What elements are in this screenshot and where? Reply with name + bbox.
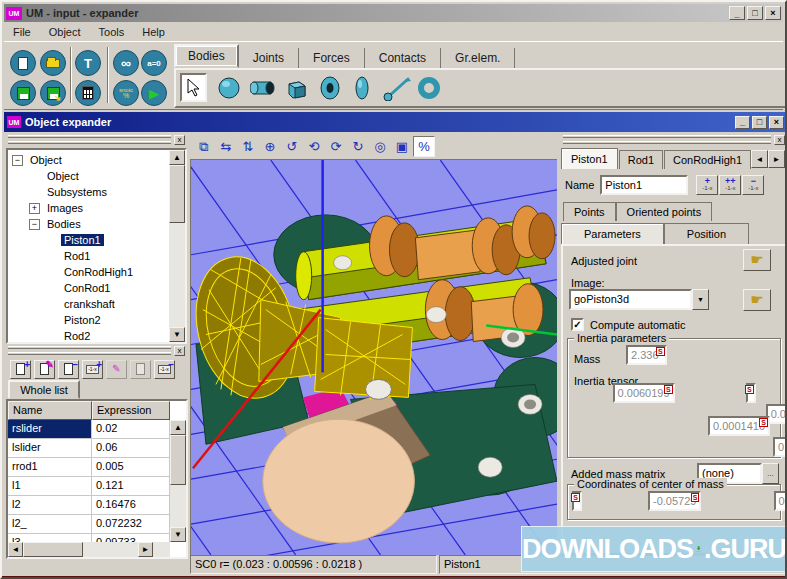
identifier-expression-cell[interactable]: 0.06 <box>92 439 170 458</box>
initial-conditions-icon[interactable]: a=0 <box>141 50 167 76</box>
ring-icon[interactable] <box>416 75 442 101</box>
scroll-right-icon[interactable]: ► <box>138 542 153 557</box>
wizard-icon[interactable]: snoic% <box>113 80 139 106</box>
table-row[interactable]: l2_0.072232 <box>8 515 186 534</box>
scroll-up-icon[interactable]: ▲ <box>170 420 186 435</box>
delete-body-icon[interactable]: −-1-x <box>742 175 764 195</box>
chevron-down-icon[interactable]: ▼ <box>692 289 709 310</box>
perspective-box-icon[interactable]: ▣ <box>391 136 413 157</box>
calculator-icon[interactable] <box>75 80 101 106</box>
tree-item-piston2[interactable]: Piston2 <box>10 312 185 328</box>
identifier-name-cell[interactable]: l2 <box>8 496 92 515</box>
copy-image-icon[interactable]: ⧉ <box>193 136 215 157</box>
tree-scrollbar[interactable]: ▲ ▼ <box>169 150 185 342</box>
tree-item-crankshaft[interactable]: crankshaft <box>10 296 185 312</box>
scale-icon[interactable]: % <box>413 136 435 157</box>
scroll-left-icon[interactable]: ◄ <box>8 542 23 557</box>
identifier-expression-cell[interactable]: 0.072232 <box>92 515 170 534</box>
tab-joints[interactable]: Joints <box>239 48 299 68</box>
save-icon[interactable] <box>10 80 36 106</box>
tab-scroll-right-icon[interactable]: ► <box>768 150 785 168</box>
tree-item-conrod1[interactable]: ConRod1 <box>10 280 185 296</box>
image-hand-icon[interactable]: ☛ <box>743 289 771 311</box>
menu-item-file[interactable]: File <box>4 24 40 40</box>
tab-forces[interactable]: Forces <box>299 48 365 68</box>
tensor-field-r2c3[interactable]: 0.0001410S <box>708 416 770 436</box>
select-cursor-icon[interactable] <box>180 73 207 102</box>
body-tab-piston1[interactable]: Piston1 <box>561 148 618 169</box>
tree-item-subsystems[interactable]: Subsystems <box>10 184 185 200</box>
table-row[interactable]: rslider0.02 <box>8 420 186 439</box>
body-tab-rod1[interactable]: Rod1 <box>619 150 663 169</box>
table-row[interactable]: l10.121 <box>8 477 186 496</box>
body-tab-conrodhigh1[interactable]: ConRodHigh1 <box>664 150 751 169</box>
add-expression-icon[interactable]: -1-x+ <box>82 360 103 379</box>
zoom-icon[interactable]: ⊕ <box>259 136 281 157</box>
viewport-3d[interactable] <box>190 159 557 555</box>
tab-scroll-left-icon[interactable]: ◄ <box>751 150 768 168</box>
close-button[interactable]: × <box>765 6 781 20</box>
column-header-expression[interactable]: Expression <box>92 401 170 420</box>
tree-item-object[interactable]: −Object <box>10 152 185 168</box>
new-file-icon[interactable] <box>10 50 36 76</box>
tree-item-rod1[interactable]: Rod1 <box>10 248 185 264</box>
menu-item-object[interactable]: Object <box>40 24 90 40</box>
adjusted-joint-hand-icon[interactable]: ☛ <box>743 249 771 271</box>
body-name-input[interactable]: Piston1 <box>600 175 688 195</box>
pan-horizontal-icon[interactable]: ⇆ <box>215 136 237 157</box>
delete-identifier-icon[interactable]: − <box>58 360 79 379</box>
tree-item-object[interactable]: Object <box>10 168 185 184</box>
table-row[interactable]: lslider0.06 <box>8 439 186 458</box>
menu-item-tools[interactable]: Tools <box>90 24 134 40</box>
rotate-x-icon[interactable]: ⟲ <box>303 136 325 157</box>
tensor-field-r3c3[interactable]: 0.0061104S <box>773 437 787 457</box>
scroll-down-icon[interactable]: ▼ <box>170 527 186 542</box>
tab-bodies[interactable]: Bodies <box>174 44 239 68</box>
tab-position[interactable]: Position <box>664 223 749 244</box>
edit-identifier-icon[interactable]: ✎ <box>34 360 55 379</box>
properties-close-icon[interactable]: x <box>774 135 785 145</box>
identifier-name-cell[interactable]: rrod1 <box>8 458 92 477</box>
tree-panel-grip[interactable]: x <box>6 135 187 146</box>
child-maximize-button[interactable]: □ <box>752 116 767 129</box>
rod-icon[interactable] <box>381 75 413 101</box>
com-field-x[interactable]: S <box>572 491 582 511</box>
tab-grelem[interactable]: Gr.elem. <box>441 48 515 68</box>
tree-item-images[interactable]: +Images <box>10 200 185 216</box>
collapse-icon[interactable]: − <box>12 155 23 166</box>
minimize-button[interactable]: _ <box>729 6 745 20</box>
tab-whole-list[interactable]: Whole list <box>8 380 80 399</box>
compute-automatic-checkbox[interactable]: ✓ <box>571 318 584 331</box>
rotate-z-icon[interactable]: ↻ <box>347 136 369 157</box>
identifier-name-cell[interactable]: l2_ <box>8 515 92 534</box>
child-close-button[interactable]: × <box>769 116 784 129</box>
add-body-icon[interactable]: +-1-x <box>696 175 718 195</box>
child-minimize-button[interactable]: _ <box>735 116 750 129</box>
tree-item-conrodhigh1[interactable]: ConRodHigh1 <box>10 264 185 280</box>
menu-item-help[interactable]: Help <box>133 24 174 40</box>
identifier-panel-close-icon[interactable]: x <box>174 346 185 356</box>
collapse-icon[interactable]: − <box>29 219 40 230</box>
open-file-icon[interactable] <box>40 50 66 76</box>
tensor-field-r1c2[interactable]: S <box>746 383 756 403</box>
identifier-name-cell[interactable]: rslider <box>8 420 92 439</box>
com-field-z[interactable]: 0.00146S <box>774 491 787 511</box>
column-header-name[interactable]: Name <box>8 401 92 420</box>
com-field-y[interactable]: -0.05729S <box>648 491 701 511</box>
mass-field[interactable]: 2.336S <box>626 345 667 365</box>
pan-vertical-icon[interactable]: ⇅ <box>237 136 259 157</box>
identifier-name-cell[interactable]: l1 <box>8 477 92 496</box>
rotate-y-icon[interactable]: ⟳ <box>325 136 347 157</box>
table-row[interactable]: l20.16476 <box>8 496 186 515</box>
scroll-up-icon[interactable]: ▲ <box>169 150 185 165</box>
tab-oriented-points[interactable]: Oriented points <box>616 202 713 221</box>
move-expression-icon[interactable] <box>130 360 151 379</box>
rotate-view-icon[interactable]: ↺ <box>281 136 303 157</box>
tree-item-bodies[interactable]: −Bodies <box>10 216 185 232</box>
edit-expression-icon[interactable]: ✎ <box>106 360 127 379</box>
identifier-panel-grip[interactable]: x <box>6 346 187 357</box>
identifier-expression-cell[interactable]: 0.005 <box>92 458 170 477</box>
tab-points[interactable]: Points <box>563 202 616 221</box>
run-icon[interactable]: ▶ <box>141 80 167 106</box>
add-identifier-icon[interactable]: + <box>10 360 31 379</box>
